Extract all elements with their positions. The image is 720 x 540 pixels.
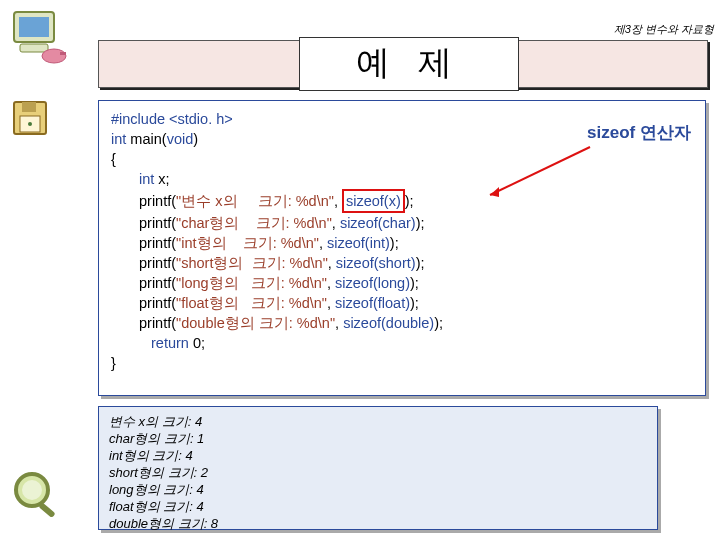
sizeof-annotation: sizeof 연산자: [587, 123, 691, 143]
code-text: "변수 x의 크기: %d\n": [176, 193, 334, 209]
code-text: );: [390, 235, 399, 251]
code-text: int: [139, 171, 154, 187]
code-text: "short형의 크기: %d\n": [176, 255, 328, 271]
code-text: sizeof(float): [335, 295, 410, 311]
svg-rect-2: [20, 44, 48, 52]
code-text: );: [416, 255, 425, 271]
sizeof-highlight: sizeof(x): [342, 189, 405, 213]
code-text: "float형의 크기: %d\n": [176, 295, 327, 311]
code-line: printf("char형의 크기: %d\n", sizeof(char));: [111, 213, 693, 233]
svg-point-8: [28, 122, 32, 126]
code-text: "long형의 크기: %d\n": [176, 275, 327, 291]
output-box: 변수 x의 크기: 4 char형의 크기: 1 int형의 크기: 4 sho…: [98, 406, 658, 530]
code-text: "int형의 크기: %d\n": [176, 235, 319, 251]
code-text: x;: [154, 171, 169, 187]
code-text: sizeof(char): [340, 215, 416, 231]
code-text: printf(: [139, 295, 176, 311]
code-line: printf("변수 x의 크기: %d\n", sizeof(x));: [111, 189, 693, 213]
svg-rect-4: [60, 52, 66, 55]
slide-title: 예 제: [299, 37, 519, 91]
code-text: printf(: [139, 215, 176, 231]
code-line: }: [111, 353, 693, 373]
title-bar: 예 제: [98, 40, 708, 88]
code-text: printf(: [139, 315, 176, 331]
code-text: ,: [328, 255, 336, 271]
code-text: ,: [334, 193, 342, 209]
code-text: ,: [335, 315, 343, 331]
code-text: ,: [332, 215, 340, 231]
code-line: printf("int형의 크기: %d\n", sizeof(int));: [111, 233, 693, 253]
code-text: sizeof(x): [346, 193, 401, 209]
output-line: short형의 크기: 2: [109, 464, 647, 481]
chapter-label: 제3장 변수와 자료형: [614, 22, 714, 37]
code-text: 0;: [189, 335, 205, 351]
code-text: main(: [126, 131, 166, 147]
code-text: );: [410, 295, 419, 311]
output-line: double형의 크기: 8: [109, 515, 647, 532]
code-text: printf(: [139, 275, 176, 291]
monitor-icon: [8, 8, 68, 66]
code-text: void: [167, 131, 194, 147]
floppy-icon: [12, 100, 48, 136]
code-text: return: [147, 335, 189, 351]
output-line: 변수 x의 크기: 4: [109, 413, 647, 430]
code-text: "char형의 크기: %d\n": [176, 215, 332, 231]
code-line: printf("long형의 크기: %d\n", sizeof(long));: [111, 273, 693, 293]
code-text: int: [111, 131, 126, 147]
output-line: int형의 크기: 4: [109, 447, 647, 464]
code-text: printf(: [139, 235, 176, 251]
svg-rect-12: [38, 502, 56, 518]
code-line: printf("double형의 크기: %d\n", sizeof(doubl…: [111, 313, 693, 333]
code-line: printf("float형의 크기: %d\n", sizeof(float)…: [111, 293, 693, 313]
code-text: ,: [319, 235, 327, 251]
code-text: );: [410, 275, 419, 291]
code-line: int x;: [111, 169, 693, 189]
svg-rect-6: [22, 102, 36, 112]
code-text: ,: [327, 295, 335, 311]
svg-point-3: [42, 49, 66, 63]
output-line: long형의 크기: 4: [109, 481, 647, 498]
code-line: printf("short형의 크기: %d\n", sizeof(short)…: [111, 253, 693, 273]
code-text: #include <stdio. h>: [111, 111, 233, 127]
code-text: ,: [327, 275, 335, 291]
output-line: char형의 크기: 1: [109, 430, 647, 447]
code-line: return 0;: [111, 333, 693, 353]
code-text: printf(: [139, 193, 176, 209]
output-line: float형의 크기: 4: [109, 498, 647, 515]
code-text: sizeof(double): [343, 315, 434, 331]
code-text: ): [193, 131, 198, 147]
code-text: sizeof(short): [336, 255, 416, 271]
code-text: );: [416, 215, 425, 231]
code-line: {: [111, 149, 693, 169]
code-text: );: [434, 315, 443, 331]
code-text: );: [405, 193, 414, 209]
code-text: sizeof(long): [335, 275, 410, 291]
magnifier-icon: [10, 468, 64, 522]
code-text: sizeof(int): [327, 235, 390, 251]
code-text: "double형의 크기: %d\n": [176, 315, 335, 331]
svg-point-11: [22, 480, 42, 500]
code-text: printf(: [139, 255, 176, 271]
svg-rect-1: [19, 17, 49, 37]
code-box: sizeof 연산자 #include <stdio. h> int main(…: [98, 100, 706, 396]
